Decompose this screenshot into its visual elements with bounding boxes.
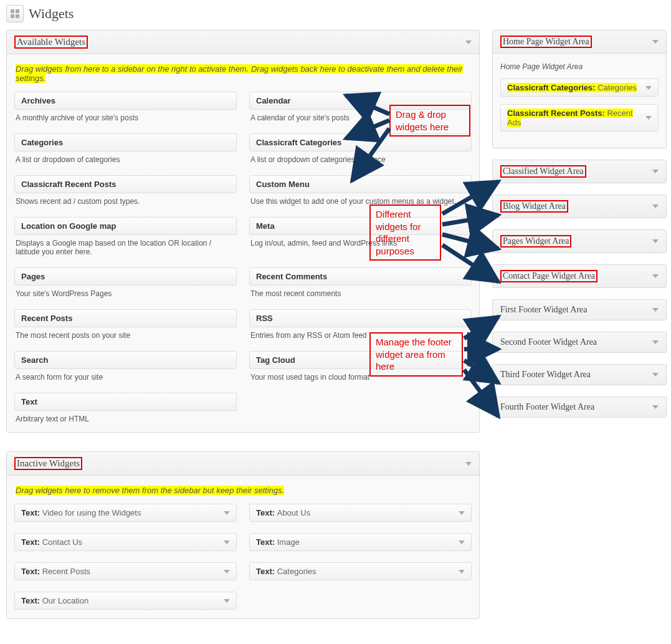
inactive-widget[interactable]: Text: Our Location bbox=[14, 592, 237, 610]
chevron-down-icon[interactable] bbox=[652, 274, 659, 278]
widget-area: Classified Widget Area bbox=[492, 160, 667, 183]
available-widget[interactable]: SearchA search form for your site bbox=[14, 351, 237, 382]
inactive-widget-label: Video for using the Widgets bbox=[42, 508, 141, 517]
available-widget[interactable]: Recent PostsThe most recent posts on you… bbox=[14, 309, 237, 340]
widget-title[interactable]: Recent Comments bbox=[249, 267, 472, 286]
chevron-down-icon[interactable] bbox=[652, 405, 659, 409]
widget-title[interactable]: Pages bbox=[14, 267, 237, 286]
inactive-widget-type: Text: bbox=[256, 508, 277, 517]
chevron-down-icon[interactable] bbox=[459, 570, 465, 574]
widget-area-head[interactable]: Fourth Footer Widget Area bbox=[493, 397, 666, 417]
available-widget[interactable]: Custom MenuUse this widget to add one of… bbox=[249, 175, 472, 206]
svg-rect-1 bbox=[16, 9, 19, 13]
available-widget[interactable]: TextArbitrary text or HTML bbox=[14, 393, 237, 423]
inactive-widget-type: Text: bbox=[256, 537, 277, 547]
chevron-down-icon[interactable] bbox=[652, 170, 659, 173]
chevron-down-icon[interactable] bbox=[224, 599, 230, 603]
widget-area-head[interactable]: Second Footer Widget Area bbox=[493, 332, 666, 352]
available-widgets-heading: Available Widgets bbox=[14, 36, 88, 49]
widget-title[interactable]: Location on Google map bbox=[14, 217, 237, 235]
widget-title[interactable]: Search bbox=[14, 351, 237, 369]
chevron-down-icon[interactable] bbox=[645, 86, 652, 90]
inactive-widget[interactable]: Text: Contact Us bbox=[14, 533, 237, 551]
chevron-down-icon[interactable] bbox=[224, 511, 230, 515]
widget-area-head[interactable]: Classified Widget Area bbox=[493, 160, 666, 183]
widget-area-head[interactable]: Blog Widget Area bbox=[493, 195, 666, 218]
chevron-down-icon[interactable] bbox=[459, 541, 465, 544]
widget-title[interactable]: Recent Posts bbox=[14, 309, 237, 327]
widgets-icon bbox=[6, 5, 24, 22]
home-widget-area: Home Page Widget Area Home Page Widget A… bbox=[492, 30, 667, 148]
chevron-down-icon[interactable] bbox=[652, 40, 659, 44]
chevron-down-icon[interactable] bbox=[652, 204, 659, 208]
chevron-down-icon[interactable] bbox=[465, 462, 472, 466]
inactive-widget-label: About Us bbox=[277, 508, 310, 517]
chevron-down-icon[interactable] bbox=[224, 570, 230, 574]
available-widget[interactable]: ArchivesA monthly archive of your site's… bbox=[14, 92, 237, 122]
widget-area-heading: Third Footer Widget Area bbox=[500, 370, 591, 380]
available-widget[interactable]: Classicraft Recent PostsShows recent ad … bbox=[14, 175, 237, 206]
widget-area-head[interactable]: Contact Page Widget Area bbox=[493, 265, 666, 287]
available-widgets-head[interactable]: Available Widgets bbox=[7, 31, 479, 54]
available-widget[interactable]: CategoriesA list or dropdown of categori… bbox=[14, 133, 237, 164]
available-widget[interactable]: Location on Google mapDisplays a Google … bbox=[14, 217, 237, 256]
widget-area-heading: Pages Widget Area bbox=[500, 235, 571, 248]
widget-area-head[interactable]: Pages Widget Area bbox=[493, 230, 666, 252]
widget-area: Pages Widget Area bbox=[492, 229, 667, 253]
widget-title[interactable]: Archives bbox=[14, 92, 237, 110]
widget-area-heading: Second Footer Widget Area bbox=[500, 337, 597, 347]
widget-desc: Your site's WordPress Pages bbox=[14, 289, 237, 298]
chevron-down-icon[interactable] bbox=[652, 340, 659, 344]
home-widget-area-head[interactable]: Home Page Widget Area bbox=[493, 31, 666, 53]
chevron-down-icon[interactable] bbox=[645, 116, 652, 120]
widget-title[interactable]: Custom Menu bbox=[249, 175, 472, 193]
inactive-widget-label: Categories bbox=[277, 567, 316, 576]
widget-desc: A list or dropdown of categories for pla… bbox=[249, 155, 472, 164]
placed-widget[interactable]: Classicraft Categories: Categories bbox=[500, 79, 659, 97]
inactive-widget-label: Image bbox=[277, 537, 300, 547]
inactive-widget-label: Recent Posts bbox=[42, 567, 90, 576]
inactive-widgets-heading: Inactive Widgets bbox=[14, 457, 82, 470]
chevron-down-icon[interactable] bbox=[459, 511, 465, 515]
inactive-widget-type: Text: bbox=[21, 537, 42, 547]
inactive-widget[interactable]: Text: About Us bbox=[249, 504, 472, 522]
widget-area-head[interactable]: Third Footer Widget Area bbox=[493, 365, 666, 385]
placed-widget[interactable]: Classicraft Recent Posts: Recent Ads bbox=[500, 104, 659, 132]
placed-widget-name: Classicraft Recent Posts: bbox=[507, 108, 607, 118]
svg-rect-0 bbox=[11, 9, 14, 13]
inactive-help-text: Drag widgets here to remove them from th… bbox=[16, 486, 284, 495]
inactive-widget[interactable]: Text: Image bbox=[249, 533, 472, 551]
widget-area-head[interactable]: First Footer Widget Area bbox=[493, 300, 666, 320]
inactive-widget-label: Contact Us bbox=[42, 537, 82, 547]
widget-desc: The most recent comments bbox=[249, 289, 472, 298]
chevron-down-icon[interactable] bbox=[465, 41, 472, 44]
inactive-widgets-head[interactable]: Inactive Widgets bbox=[7, 452, 479, 476]
available-widget[interactable]: Recent CommentsThe most recent comments bbox=[249, 267, 472, 298]
placed-widget-name: Classicraft Categories: bbox=[507, 83, 597, 92]
home-widget-area-heading: Home Page Widget Area bbox=[500, 36, 592, 48]
widget-desc: Arbitrary text or HTML bbox=[14, 415, 237, 423]
widget-title[interactable]: Text bbox=[14, 393, 237, 411]
widget-area: Contact Page Widget Area bbox=[492, 264, 667, 288]
widget-title[interactable]: Classicraft Recent Posts bbox=[14, 175, 237, 193]
widget-area-heading: First Footer Widget Area bbox=[500, 305, 588, 315]
available-widget[interactable]: Classicraft CategoriesA list or dropdown… bbox=[249, 133, 472, 164]
widget-area-heading: Classified Widget Area bbox=[500, 165, 586, 178]
annotation-different-widgets: Different widgets for different purposes bbox=[369, 204, 441, 261]
available-help-text: Drag widgets from here to a sidebar on t… bbox=[16, 64, 463, 83]
widget-title[interactable]: RSS bbox=[249, 309, 472, 327]
widget-desc: A monthly archive of your site's posts bbox=[14, 113, 237, 122]
chevron-down-icon[interactable] bbox=[652, 239, 659, 243]
widget-title[interactable]: Categories bbox=[14, 133, 237, 151]
available-widget[interactable]: PagesYour site's WordPress Pages bbox=[14, 267, 237, 298]
chevron-down-icon[interactable] bbox=[652, 373, 659, 377]
widget-area-heading: Fourth Footer Widget Area bbox=[500, 402, 594, 412]
widget-area-heading: Contact Page Widget Area bbox=[500, 270, 597, 282]
chevron-down-icon[interactable] bbox=[224, 541, 230, 544]
page-title: Widgets bbox=[29, 6, 74, 22]
inactive-widget[interactable]: Text: Categories bbox=[249, 562, 472, 580]
inactive-widget[interactable]: Text: Recent Posts bbox=[14, 562, 237, 580]
inactive-widget[interactable]: Text: Video for using the Widgets bbox=[14, 504, 237, 522]
chevron-down-icon[interactable] bbox=[652, 308, 659, 312]
widget-area: Blog Widget Area bbox=[492, 195, 667, 218]
